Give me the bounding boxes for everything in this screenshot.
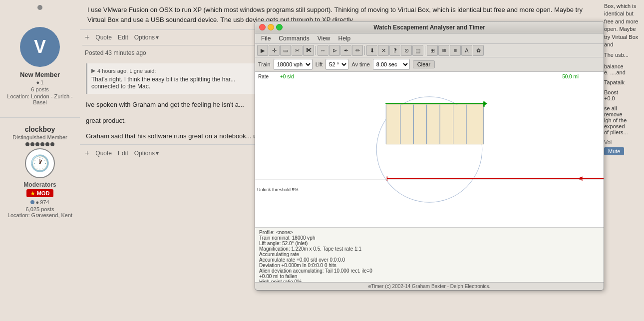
user2-pip-row3: ● 974 xyxy=(30,199,49,205)
window-controls: Train 18000 vph 21600 vph 28800 vph 3600… xyxy=(255,57,602,72)
status-magnification: Magnification: 1.220m x 0.5. Tape test r… xyxy=(259,246,600,252)
toolbar-btn-2[interactable]: ✛ xyxy=(269,45,280,56)
post1-quote-btn[interactable]: Quote xyxy=(95,34,112,41)
right-section-boost: Boost +0.0 xyxy=(604,89,642,101)
window-footer: eTimer (c) 2002-14 Graham Baxter - Delph… xyxy=(255,282,602,290)
pip2-3 xyxy=(35,142,39,146)
status-acc-rate: Accumulate rate +0.00 s/d over 0:0:0.0 xyxy=(259,257,600,263)
window-minimize-btn[interactable] xyxy=(268,24,274,30)
right-sidebar: Box, which is identical but free and mor… xyxy=(602,0,644,321)
toolbar-btn-10[interactable]: ⬇ xyxy=(366,45,377,56)
toolbar-btn-7[interactable]: ⊳ xyxy=(329,45,340,56)
post2-quote-btn[interactable]: Quote xyxy=(95,150,112,157)
avtime-select[interactable]: 4.00 sec 8.00 sec 16.00 sec xyxy=(373,59,410,70)
canvas-dist-label: 50.0 mi xyxy=(562,74,579,79)
toolbar-btn-9[interactable]: ✏ xyxy=(352,45,363,56)
pip3-1 xyxy=(30,200,34,204)
toolbar-btn-6[interactable]: ↔ xyxy=(318,45,328,56)
menu-commands[interactable]: Commands xyxy=(277,34,311,42)
toolbar-btn-18[interactable]: A xyxy=(461,45,472,56)
user1-section: V New Member ● 1 6 posts Location: Londo… xyxy=(0,5,80,118)
pip2-6 xyxy=(50,142,54,146)
toolbar-btn-14[interactable]: ◫ xyxy=(412,45,423,56)
post2-edit-btn[interactable]: Edit xyxy=(118,150,128,157)
user1-posts: 6 posts xyxy=(31,86,48,92)
right-boost-value: +0.0 xyxy=(604,95,642,101)
mod-star-icon: ★ xyxy=(30,191,35,196)
toolbar-btn-19[interactable]: ✿ xyxy=(473,45,484,56)
right-text-2: The usb... xyxy=(604,51,642,59)
user2-total-posts: 6,025 posts xyxy=(26,206,54,212)
clock-avatar: 🕐 xyxy=(25,148,55,178)
train-label: Train xyxy=(258,61,271,67)
right-boost-label: Boost xyxy=(604,89,642,95)
right-igh: igh of the xyxy=(604,117,642,123)
toolbar-btn-16[interactable]: ≋ xyxy=(438,45,449,56)
right-exposed: exposed xyxy=(604,123,642,129)
toolbar-btn-1[interactable]: ▶ xyxy=(257,45,268,56)
post1-add-icon[interactable]: + xyxy=(85,33,89,42)
user1-pip-row: ● 1 xyxy=(36,79,44,85)
avtime-label: Av time xyxy=(351,61,369,67)
status-lift: Lift angle: 52.0° (inlet) xyxy=(259,241,600,246)
post2-options-btn[interactable]: Options ▾ xyxy=(134,150,159,157)
toolbar-btn-15[interactable]: ⊞ xyxy=(427,45,438,56)
menu-help[interactable]: Help xyxy=(336,34,353,42)
post2-add-icon[interactable]: + xyxy=(85,149,89,158)
toolbar-sep-3 xyxy=(425,46,425,55)
left-sidebar: V New Member ● 1 6 posts Location: Londo… xyxy=(0,0,80,321)
toolbar-btn-5[interactable]: ✀ xyxy=(303,45,314,56)
right-balance-text: e. ....and xyxy=(604,69,642,75)
toolbar-btn-11[interactable]: ✕ xyxy=(378,45,389,56)
svg-rect-2 xyxy=(386,105,484,144)
user2-name: clockboy xyxy=(25,125,55,133)
toolbar-btn-12[interactable]: ⁋ xyxy=(389,45,400,56)
chevron-down-icon: ▾ xyxy=(156,34,159,41)
lift-label: Lift xyxy=(316,61,323,67)
clock-face-icon: 🕐 xyxy=(30,154,50,173)
right-balance-label: balance xyxy=(604,63,642,69)
user2-pip-total: 974 xyxy=(40,199,49,205)
user2-section: clockboy Distinguished Member 🕐 Moderato… xyxy=(0,118,80,218)
pip2-2 xyxy=(30,142,34,146)
pip2-1 xyxy=(25,142,29,146)
window-titlebar: Watch Escapement Analyser and Timer xyxy=(255,21,602,33)
right-section-balance: balance e. ....and xyxy=(604,63,642,75)
online-indicator xyxy=(37,5,42,10)
window-canvas: Rate +0 s/d 50.0 mi Unlock threshold 5% xyxy=(255,72,602,227)
window-toolbar: ▶ ✛ ▭ ✂ ✀ ↔ ⊳ ✒ ✏ ⬇ ✕ ⁋ ⊙ ◫ ⊞ ≋ ≡ A ✿ xyxy=(255,44,602,57)
post1-edit-btn[interactable]: Edit xyxy=(118,34,128,41)
toolbar-sep-2 xyxy=(364,46,365,55)
mute-button[interactable]: Mute xyxy=(604,147,624,155)
window-close-btn[interactable] xyxy=(259,24,266,30)
pip2-4 xyxy=(40,142,44,146)
chevron-down-icon2: ▾ xyxy=(156,150,159,157)
menu-file[interactable]: File xyxy=(259,34,273,42)
window-menubar: File Commands View Help xyxy=(255,33,602,44)
window-status: Profile: <none> Train nominal: 18000 vph… xyxy=(255,227,602,282)
toolbar-btn-3[interactable]: ▭ xyxy=(280,45,291,56)
user1-name: New Member xyxy=(20,71,60,78)
right-remove: remove xyxy=(604,111,642,117)
toolbar-btn-4[interactable]: ✂ xyxy=(292,45,303,56)
right-section-tapatalk: Tapatalk xyxy=(604,79,642,85)
toolbar-btn-13[interactable]: ⊙ xyxy=(401,45,412,56)
post1-options-btn[interactable]: Options ▾ xyxy=(134,34,159,41)
toolbar-btn-8[interactable]: ✒ xyxy=(340,45,351,56)
mod-badge: ★ MOD xyxy=(26,189,54,197)
right-pliers: of pliers... xyxy=(604,129,642,135)
toolbar-sep-1 xyxy=(316,46,316,55)
canvas-rate-value: +0 s/d xyxy=(280,74,294,79)
floating-window: Watch Escapement Analyser and Timer File… xyxy=(255,21,602,291)
train-select[interactable]: 18000 vph 21600 vph 28800 vph 36000 vph xyxy=(274,59,313,70)
moderators-label: Moderators xyxy=(23,181,56,188)
status-fall: +0.00 mi to fallen xyxy=(259,274,600,279)
clear-button[interactable]: Clear xyxy=(413,60,435,68)
window-title: Watch Escapement Analyser and Timer xyxy=(373,24,485,31)
pip3-count: ● xyxy=(35,199,39,205)
toolbar-btn-17[interactable]: ≡ xyxy=(450,45,461,56)
window-maximize-btn[interactable] xyxy=(276,24,283,30)
lift-select[interactable]: 48 ° 50 ° 52 ° 54 ° xyxy=(325,59,348,70)
menu-view[interactable]: View xyxy=(316,34,332,42)
canvas-rate-label: Rate xyxy=(258,74,269,79)
